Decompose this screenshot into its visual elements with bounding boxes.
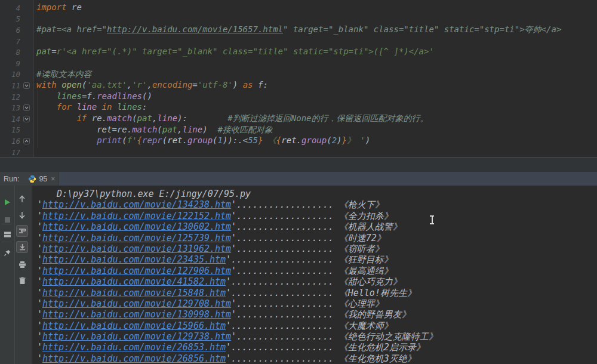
run-tab-95[interactable]: 95 × bbox=[24, 172, 59, 186]
quote-char: ' bbox=[231, 309, 236, 320]
code-token bbox=[36, 102, 57, 112]
next-occurrence-button[interactable] bbox=[16, 209, 28, 221]
code-token: as bbox=[243, 80, 253, 90]
gutter-row[interactable]: 5 bbox=[0, 14, 33, 25]
code-token: 1 bbox=[218, 135, 223, 145]
fold-end-icon[interactable] bbox=[23, 138, 30, 144]
code-token: ( bbox=[157, 125, 162, 134]
code-token: group bbox=[187, 135, 213, 145]
code-token: match bbox=[107, 113, 132, 123]
code-token: print bbox=[97, 135, 122, 145]
code-token: )):.< bbox=[223, 135, 248, 145]
code-line-16[interactable]: print(f'{repr(ret.group(1)):.<55} 《{ret.… bbox=[34, 135, 597, 147]
gutter-row[interactable]: 6 bbox=[0, 24, 33, 36]
code-line-14[interactable]: if re.match(pat,line): #判断过滤掉返回None的行，保留… bbox=[34, 113, 597, 125]
python-logo-icon bbox=[28, 175, 36, 183]
movie-title: 《我的野兽男友》 bbox=[334, 309, 411, 320]
quote-char: ' bbox=[226, 276, 231, 287]
movie-url-link[interactable]: http://v.baidu.com/movie/15966.htm bbox=[42, 320, 226, 331]
code-token: line bbox=[76, 102, 97, 112]
movie-url-link[interactable]: http://v.baidu.com/movie/127906.htm bbox=[42, 266, 231, 276]
line-number: 6 bbox=[0, 26, 20, 35]
code-line-12[interactable]: lines=f.readlines() bbox=[34, 91, 597, 103]
code-token: 2 bbox=[332, 135, 337, 145]
gutter-row[interactable]: 7 bbox=[0, 36, 33, 47]
code-token: repr bbox=[142, 135, 162, 145]
code-token: . bbox=[183, 135, 187, 145]
code-line-10[interactable]: #读取文本内容 bbox=[34, 69, 597, 81]
quote-char: ' bbox=[37, 254, 42, 265]
code-token: : bbox=[142, 102, 147, 112]
movie-url-link[interactable]: http://v.baidu.com/movie/15848.htm bbox=[42, 288, 226, 298]
code-line-17[interactable] bbox=[34, 147, 597, 157]
code-token: in bbox=[102, 102, 112, 112]
editor-code-area[interactable]: import re#pat=<a href="http://v.baidu.co… bbox=[34, 0, 597, 157]
quote-char: ' bbox=[231, 298, 236, 309]
code-token: ) bbox=[233, 80, 243, 90]
movie-title: 《全力扣杀》 bbox=[334, 211, 393, 221]
code-line-13[interactable]: for line in lines: bbox=[34, 102, 597, 113]
pin-tab-button[interactable] bbox=[1, 246, 13, 258]
code-line-6[interactable]: #pat=<a href="http://v.baidu.com/movie/1… bbox=[34, 24, 597, 36]
code-token: . bbox=[297, 135, 301, 145]
line-number: 8 bbox=[0, 48, 20, 57]
restore-layout-button[interactable] bbox=[1, 229, 13, 240]
movie-url-link[interactable]: http://v.baidu.com/movie/125739.htm bbox=[42, 233, 231, 243]
gutter-row[interactable]: 15 bbox=[0, 125, 33, 136]
code-token: #pat=<a href=" bbox=[36, 24, 107, 34]
code-token: , bbox=[177, 125, 182, 134]
code-line-11[interactable]: with open('aa.txt','r',encoding='utf-8')… bbox=[34, 80, 597, 91]
editor-pane[interactable]: 4567891011121314151617 import re#pat=<a … bbox=[0, 0, 597, 157]
quote-char: ' bbox=[231, 266, 236, 276]
gutter-row[interactable]: 13 bbox=[0, 102, 33, 113]
movie-url-link[interactable]: http://v.baidu.com/movie/26853.htm bbox=[42, 342, 226, 353]
gutter-row[interactable]: 11 bbox=[0, 80, 33, 91]
movie-url-link[interactable]: http://v.baidu.com/movie/130998.htm bbox=[42, 309, 231, 320]
tab-close-icon[interactable]: × bbox=[50, 175, 55, 183]
console-output[interactable]: D:\py37\python.exe E:/jingy/07/95.py'htt… bbox=[32, 186, 597, 364]
code-token: line bbox=[157, 113, 177, 123]
code-token: =f. bbox=[82, 91, 97, 101]
movie-url-link[interactable]: http://v.baidu.com/movie/26856.htm bbox=[42, 353, 226, 364]
movie-url-link[interactable]: http://v.baidu.com/movie/130602.htm bbox=[42, 221, 231, 232]
console-entry: 'http://v.baidu.com/movie/129738.htm'...… bbox=[32, 331, 597, 342]
movie-url-link[interactable]: http://v.baidu.com/movie/134238.htm bbox=[42, 199, 231, 210]
scroll-to-end-toggle[interactable] bbox=[16, 241, 28, 253]
gutter-row[interactable]: 4 bbox=[0, 2, 33, 14]
code-token: , bbox=[147, 80, 152, 90]
gutter-row[interactable]: 17 bbox=[0, 147, 33, 158]
code-line-9[interactable] bbox=[34, 58, 597, 69]
quote-char: ' bbox=[231, 233, 236, 243]
gutter-row[interactable]: 9 bbox=[0, 58, 33, 69]
movie-url-link[interactable]: http://v.baidu.com/movie/129738.htm bbox=[42, 331, 231, 342]
gutter-row[interactable]: 12 bbox=[0, 91, 33, 103]
editor-console-splitter[interactable] bbox=[0, 157, 597, 172]
movie-url-link[interactable]: http://v.baidu.com/movie/122152.htm bbox=[42, 211, 231, 221]
print-button[interactable] bbox=[16, 258, 28, 270]
fold-collapse-icon[interactable] bbox=[23, 82, 30, 89]
console-command-line: D:\py37\python.exe E:/jingy/07/95.py bbox=[32, 189, 597, 199]
fold-collapse-icon[interactable] bbox=[23, 116, 30, 122]
movie-title: 《Hello!树先生》 bbox=[334, 288, 416, 298]
movie-url-link[interactable]: http://v.baidu.com/movie/41582.htm bbox=[42, 276, 226, 287]
code-line-7[interactable] bbox=[34, 36, 597, 47]
clear-all-button[interactable] bbox=[16, 274, 28, 286]
code-line-5[interactable] bbox=[34, 14, 597, 25]
editor-gutter[interactable]: 4567891011121314151617 bbox=[0, 0, 34, 157]
soft-wrap-toggle[interactable] bbox=[16, 225, 28, 237]
code-line-15[interactable]: ret=re.match(pat,line) #接收匹配对象 bbox=[34, 125, 597, 136]
gutter-row[interactable]: 16 bbox=[0, 135, 33, 147]
gutter-row[interactable]: 8 bbox=[0, 47, 33, 58]
code-line-4[interactable]: import re bbox=[34, 2, 597, 14]
gutter-row[interactable]: 14 bbox=[0, 113, 33, 125]
movie-url-link[interactable]: http://v.baidu.com/movie/23435.htm bbox=[42, 254, 226, 265]
fold-collapse-icon[interactable] bbox=[23, 104, 30, 111]
code-line-8[interactable]: pat=r'<a href="(.*)" target="_blank" cla… bbox=[34, 47, 597, 58]
code-token: lines bbox=[117, 102, 142, 112]
movie-url-link[interactable]: http://v.baidu.com/movie/131962.htm bbox=[42, 243, 231, 254]
rerun-button[interactable] bbox=[1, 196, 13, 208]
prev-occurrence-button[interactable] bbox=[16, 193, 28, 205]
comment-url-link[interactable]: http://v.baidu.com/movie/15657.html bbox=[107, 24, 283, 34]
gutter-row[interactable]: 10 bbox=[0, 69, 33, 81]
movie-url-link[interactable]: http://v.baidu.com/movie/129708.htm bbox=[42, 298, 231, 309]
